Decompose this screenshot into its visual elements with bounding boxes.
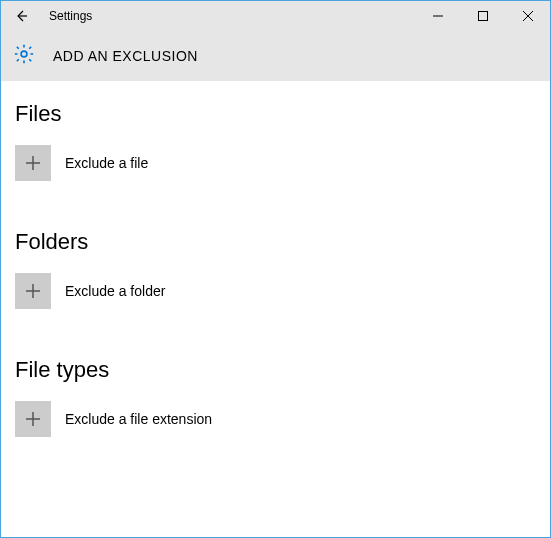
- section-folders: Folders Exclude a folder: [15, 229, 536, 309]
- plus-icon: [23, 409, 43, 429]
- section-file-types: File types Exclude a file extension: [15, 357, 536, 437]
- minimize-button[interactable]: [415, 1, 460, 31]
- titlebar: Settings: [1, 1, 550, 31]
- window-controls: [415, 1, 550, 31]
- minimize-icon: [433, 11, 443, 21]
- plus-tile: [15, 145, 51, 181]
- page-header: ADD AN EXCLUSION: [1, 31, 550, 81]
- close-button[interactable]: [505, 1, 550, 31]
- section-files: Files Exclude a file: [15, 101, 536, 181]
- exclude-file-label: Exclude a file: [65, 155, 148, 171]
- exclude-file-extension-label: Exclude a file extension: [65, 411, 212, 427]
- page-title: ADD AN EXCLUSION: [53, 48, 198, 64]
- section-title-file-types: File types: [15, 357, 536, 383]
- exclude-file-button[interactable]: Exclude a file: [15, 145, 536, 181]
- gear-icon: [13, 43, 35, 69]
- section-title-files: Files: [15, 101, 536, 127]
- svg-rect-2: [478, 12, 487, 21]
- plus-icon: [23, 153, 43, 173]
- exclude-folder-label: Exclude a folder: [65, 283, 165, 299]
- plus-tile: [15, 273, 51, 309]
- maximize-button[interactable]: [460, 1, 505, 31]
- section-title-folders: Folders: [15, 229, 536, 255]
- back-button[interactable]: [1, 1, 41, 31]
- exclude-file-extension-button[interactable]: Exclude a file extension: [15, 401, 536, 437]
- content-area: Files Exclude a file Folders Exclude a f…: [1, 81, 550, 457]
- window-title: Settings: [49, 9, 415, 23]
- back-arrow-icon: [13, 8, 29, 24]
- maximize-icon: [478, 11, 488, 21]
- svg-point-5: [21, 51, 27, 57]
- exclude-folder-button[interactable]: Exclude a folder: [15, 273, 536, 309]
- plus-tile: [15, 401, 51, 437]
- plus-icon: [23, 281, 43, 301]
- close-icon: [523, 11, 533, 21]
